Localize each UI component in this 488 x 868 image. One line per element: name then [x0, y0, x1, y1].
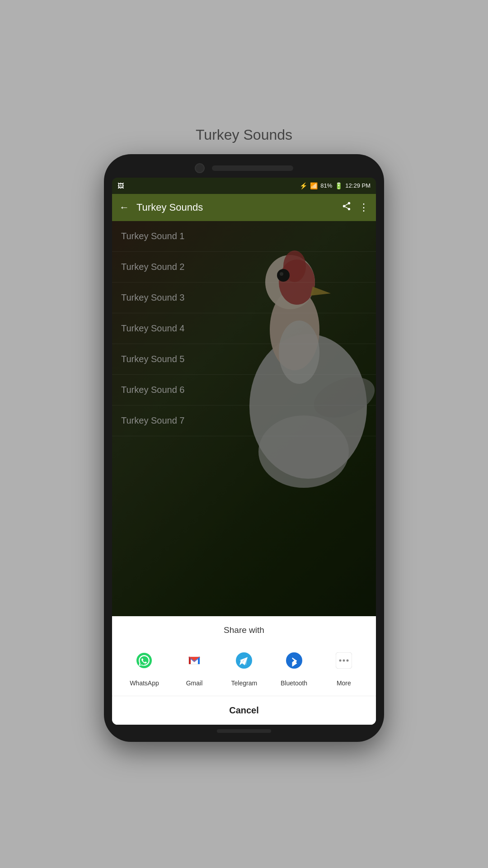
cancel-button[interactable]: Cancel — [112, 696, 376, 725]
battery-icon: 🔋 — [335, 182, 343, 189]
screen: 🖼 ⚡ 📶 81% 🔋 12:29 PM ← Turkey Sounds ⋮ — [112, 178, 376, 725]
svg-point-18 — [346, 659, 348, 661]
phone-home-bar — [217, 729, 271, 733]
app-bar-title: Turkey Sounds — [136, 202, 334, 213]
content-area: Turkey Sound 1Turkey Sound 2Turkey Sound… — [112, 221, 376, 725]
more-button[interactable]: ⋮ — [359, 202, 369, 213]
camera — [195, 163, 205, 173]
bluetooth-icon — [280, 646, 309, 675]
image-icon: 🖼 — [117, 182, 124, 189]
svg-point-16 — [339, 659, 341, 661]
clock: 12:29 PM — [345, 182, 371, 189]
gmail-icon — [180, 646, 209, 675]
status-bar: 🖼 ⚡ 📶 81% 🔋 12:29 PM — [112, 178, 376, 194]
gmail-label: Gmail — [186, 679, 203, 687]
bluetooth-label: Bluetooth — [281, 679, 307, 687]
share-app-bluetooth[interactable]: Bluetooth — [280, 646, 309, 687]
svg-point-17 — [343, 659, 345, 661]
share-app-more[interactable]: More — [329, 646, 358, 687]
phone-shell: 🖼 ⚡ 📶 81% 🔋 12:29 PM ← Turkey Sounds ⋮ — [104, 154, 384, 742]
share-button[interactable] — [342, 201, 352, 214]
share-app-telegram[interactable]: Telegram — [230, 646, 258, 687]
share-app-whatsapp[interactable]: WhatsApp — [130, 646, 159, 687]
share-app-gmail[interactable]: Gmail — [180, 646, 209, 687]
telegram-icon — [230, 646, 258, 675]
app-bar: ← Turkey Sounds ⋮ — [112, 194, 376, 221]
telegram-label: Telegram — [231, 679, 258, 687]
signal-icon: 📶 — [310, 182, 318, 189]
more-label: More — [337, 679, 351, 687]
share-sheet: Share with WhatsAppGmailTelegramBluetoot… — [112, 616, 376, 725]
speaker — [212, 165, 293, 171]
more-icon — [329, 646, 358, 675]
share-title: Share with — [112, 625, 376, 635]
whatsapp-icon — [130, 646, 159, 675]
bluetooth-status-icon: ⚡ — [300, 182, 307, 189]
page-title: Turkey Sounds — [196, 127, 292, 143]
whatsapp-label: WhatsApp — [130, 679, 159, 687]
back-button[interactable]: ← — [119, 202, 129, 213]
share-apps-row: WhatsAppGmailTelegramBluetoothMore — [112, 646, 376, 687]
battery-level: 81% — [320, 182, 332, 189]
svg-point-14 — [286, 652, 302, 669]
